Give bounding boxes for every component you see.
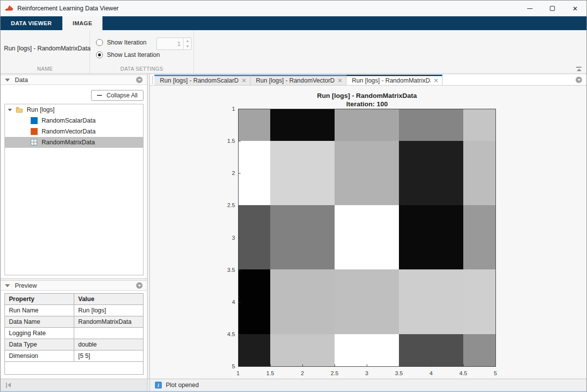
expander-icon[interactable]: [8, 109, 12, 111]
selected-data-name: Run [logs] - RandomMatrixData: [4, 45, 91, 52]
tab-data-viewer[interactable]: DATA VIEWER: [0, 16, 62, 30]
status-bar-left: [0, 379, 147, 391]
table-row: Data Name RandomMatrixData: [5, 316, 144, 328]
heatmap-cell-r1-c4: [399, 109, 463, 141]
y-tick-label: 3.5: [214, 267, 235, 273]
app-window: Reinforcement Learning Data Viewer ✕ DAT…: [0, 0, 587, 392]
show-last-iteration-radio[interactable]: [96, 51, 103, 58]
x-tick-mark: [270, 364, 271, 366]
tab-bar-minimize-icon[interactable]: [576, 77, 582, 83]
heatmap-cell-r4-c5: [463, 269, 495, 334]
tab-close-icon[interactable]: ✕: [239, 77, 246, 84]
collapse-ribbon-button[interactable]: [576, 67, 582, 71]
y-tick-mark: [239, 334, 241, 335]
spinner-down-button[interactable]: [184, 44, 191, 50]
doc-tab-randomvectordata[interactable]: Run [logs] - RandomVectorData ✕: [250, 75, 346, 85]
tree-item-randomscalardata[interactable]: RandomScalarData: [5, 115, 143, 126]
folder-icon: [16, 106, 23, 113]
heatmap-cell-r2-c4: [399, 141, 463, 205]
x-tick-label: 1: [237, 370, 240, 376]
heatmap-cell-r3-c5: [463, 205, 495, 269]
iteration-value: 1: [157, 38, 183, 49]
heatmap-cell-r2-c5: [463, 141, 495, 205]
x-tick-mark: [302, 364, 303, 366]
matlab-logo-icon: [5, 4, 13, 12]
table-row: Run Name Run [logs]: [5, 305, 144, 316]
y-tick-label: 1.5: [214, 138, 235, 144]
status-bar-right: i Plot opened: [149, 379, 587, 391]
y-tick-mark: [239, 173, 241, 174]
minimize-icon: [527, 8, 533, 9]
tree-item-label: RandomMatrixData: [42, 139, 95, 146]
collapse-triangle-icon[interactable]: [5, 284, 10, 287]
status-message: Plot opened: [166, 382, 199, 389]
data-panel-header[interactable]: Data: [0, 75, 147, 85]
sidebar: Data Collapse All Run [logs]: [0, 74, 147, 379]
heatmap-cell-r3-c4: [399, 205, 463, 269]
orange-square-icon: [31, 128, 38, 135]
spinner-up-button[interactable]: [184, 38, 191, 44]
tree-item-randomvectordata[interactable]: RandomVectorData: [5, 126, 143, 137]
preview-panel-title: Preview: [15, 282, 37, 289]
x-tick-mark: [367, 364, 367, 366]
collapse-triangle-icon[interactable]: [5, 79, 10, 82]
y-tick-mark: [239, 302, 241, 303]
doc-tab-randommatrixdata[interactable]: Run [logs] - RandomMatrixData ✕: [346, 75, 442, 85]
figure-canvas: Run [logs] - RandomMatrixData Iteration:…: [150, 86, 587, 379]
table-row: Dimension [5 5]: [5, 350, 144, 362]
heatmap-cell-r2-c3: [335, 141, 399, 205]
show-iteration-radio[interactable]: [96, 39, 103, 46]
x-tick-label: 2: [301, 370, 304, 376]
ribbon-toolbar: Run [logs] - RandomMatrixData NAME Show …: [0, 30, 587, 74]
y-tick-label: 2: [214, 170, 235, 176]
tree-item-randommatrixdata[interactable]: RandomMatrixData: [5, 137, 143, 148]
column-header-property: Property: [5, 294, 74, 305]
tab-close-icon[interactable]: ✕: [335, 77, 342, 84]
y-tick-label: 5: [214, 363, 235, 369]
tab-close-icon[interactable]: ✕: [431, 77, 439, 84]
preview-table: Property Value Run Name Run [logs] Data …: [4, 293, 144, 375]
chart-subtitle: Iteration: 100: [238, 100, 496, 108]
x-tick-label: 5: [494, 370, 497, 376]
title-bar: Reinforcement Learning Data Viewer ✕: [0, 0, 587, 16]
toolbar-section-name: Run [logs] - RandomMatrixData NAME: [0, 30, 90, 73]
data-panel-title: Data: [15, 77, 28, 84]
y-tick-label: 2.5: [214, 202, 235, 208]
table-row-empty: [5, 362, 144, 375]
info-icon: i: [155, 382, 162, 389]
status-bar: i Plot opened: [0, 379, 587, 391]
tree-item-run-logs[interactable]: Run [logs]: [5, 104, 143, 115]
section-caption-data-settings: DATA SETTINGS: [90, 66, 194, 72]
minimize-button[interactable]: [518, 0, 541, 16]
tree-item-label: RandomVectorData: [42, 128, 96, 135]
maximize-button[interactable]: [541, 0, 564, 16]
chart-title: Run [logs] - RandomMatrixData: [238, 92, 496, 99]
toolbar-section-data-settings: Show Iteration 1 Show Last Iteration DAT…: [90, 30, 194, 73]
panel-minimize-icon[interactable]: [136, 282, 143, 289]
x-tick-label: 3: [365, 370, 368, 376]
heatmap-cell-r2-c1: [239, 141, 270, 205]
heatmap-cell-r4-c3: [335, 269, 399, 334]
y-tick-mark: [239, 366, 241, 367]
panel-minimize-icon[interactable]: [136, 77, 143, 83]
collapse-sidebar-button[interactable]: [6, 383, 11, 388]
x-tick-mark: [431, 364, 432, 366]
tab-image[interactable]: IMAGE: [62, 16, 103, 30]
data-panel-body: Collapse All Run [logs] RandomScalarData: [0, 85, 147, 279]
collapse-all-button[interactable]: Collapse All: [91, 90, 144, 101]
x-tick-label: 4: [430, 370, 433, 376]
heatmap-cell-r5-c5: [463, 334, 495, 366]
tab-bar-drag-handle-icon[interactable]: [150, 75, 154, 85]
heatmap-cell-r1-c2: [270, 109, 335, 141]
heatmap-cell-r5-c3: [335, 334, 399, 366]
heatmap-cell-r4-c2: [270, 269, 335, 334]
column-header-value: Value: [74, 294, 144, 305]
x-tick-mark: [495, 364, 496, 366]
heatmap-cell-r5-c4: [399, 334, 463, 366]
iteration-spinner[interactable]: 1: [156, 38, 192, 50]
preview-panel-header[interactable]: Preview: [0, 280, 147, 291]
heatmap-cell-r4-c1: [239, 269, 270, 334]
close-button[interactable]: ✕: [564, 0, 587, 16]
doc-tab-randomscalardata[interactable]: Run [logs] - RandomScalarData ✕: [154, 75, 250, 85]
show-iteration-label: Show Iteration: [107, 39, 147, 46]
